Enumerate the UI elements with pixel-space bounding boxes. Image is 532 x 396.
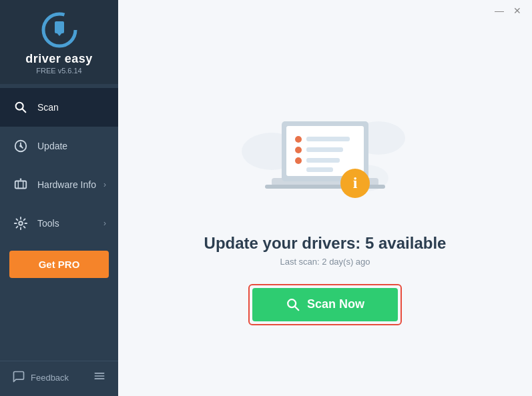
scan-label: Scan — [37, 102, 106, 113]
list-icon — [93, 369, 106, 385]
svg-text:i: i — [353, 174, 358, 191]
hardware-info-label: Hardware Info — [37, 179, 103, 190]
last-scan: Last scan: 2 day(s) ago — [280, 257, 370, 267]
scan-now-label: Scan Now — [307, 297, 364, 311]
illustration: i — [232, 85, 419, 218]
svg-point-12 — [19, 221, 23, 225]
scan-now-button[interactable]: Scan Now — [252, 288, 398, 321]
app-name: driver easy — [25, 52, 93, 66]
svg-rect-28 — [306, 158, 340, 163]
app-version: FREE v5.6.14 — [36, 67, 81, 75]
close-button[interactable]: ✕ — [509, 4, 525, 17]
sidebar-item-scan[interactable]: Scan — [0, 88, 118, 127]
svg-rect-24 — [306, 137, 350, 141]
title-bar: — ✕ — [118, 0, 532, 20]
sidebar-footer: Feedback — [0, 361, 118, 396]
scan-icon — [12, 99, 29, 116]
minimize-button[interactable]: — — [491, 4, 508, 17]
svg-rect-26 — [306, 147, 343, 152]
svg-point-10 — [20, 178, 22, 180]
svg-line-4 — [23, 109, 26, 113]
feedback-label: Feedback — [31, 373, 69, 383]
update-title: Update your drivers: 5 available — [204, 234, 447, 253]
main-content: — ✕ — [118, 0, 532, 396]
svg-line-33 — [295, 306, 299, 310]
update-icon — [12, 137, 29, 155]
app-logo: driver easy FREE v5.6.14 — [0, 0, 118, 84]
hardware-icon — [12, 176, 29, 193]
update-label: Update — [37, 141, 106, 151]
feedback-icon — [12, 370, 25, 385]
tools-label: Tools — [37, 218, 103, 229]
tools-arrow-icon: › — [103, 219, 106, 228]
svg-rect-29 — [306, 167, 333, 172]
sidebar-item-tools[interactable]: Tools › — [0, 204, 118, 243]
sidebar-item-update[interactable]: Update — [0, 127, 118, 165]
logo-icon — [41, 12, 77, 48]
search-icon — [286, 297, 300, 312]
scan-now-wrapper: Scan Now — [248, 284, 402, 325]
svg-point-23 — [295, 136, 302, 143]
content-area: i Update your drivers: 5 available Last … — [118, 20, 532, 396]
hardware-arrow-icon: › — [103, 180, 106, 189]
svg-point-6 — [19, 145, 22, 147]
sidebar-nav: Scan Update Hardware Info › Tools › Get … — [0, 84, 118, 361]
sidebar: driver easy FREE v5.6.14 Scan Update Har… — [0, 0, 118, 396]
svg-rect-7 — [15, 181, 27, 189]
sidebar-item-hardware-info[interactable]: Hardware Info › — [0, 165, 118, 204]
svg-point-25 — [295, 147, 302, 153]
get-pro-button[interactable]: Get PRO — [9, 251, 109, 278]
laptop-illustration: i — [232, 85, 419, 218]
tools-icon — [12, 215, 29, 232]
feedback-button[interactable]: Feedback — [12, 370, 69, 385]
svg-point-27 — [295, 157, 302, 164]
